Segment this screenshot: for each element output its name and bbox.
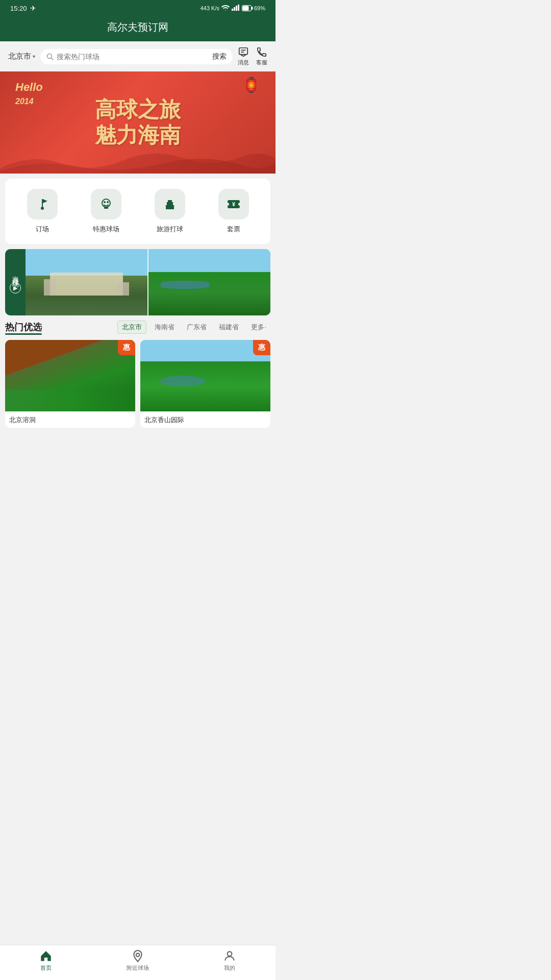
svg-point-15	[104, 201, 106, 203]
status-signal-icon	[232, 5, 240, 12]
status-wifi-icon	[221, 5, 230, 12]
category-travel-golf[interactable]: 旅游打球	[155, 189, 185, 234]
svg-rect-6	[242, 6, 248, 11]
svg-rect-0	[232, 9, 233, 11]
travel-golf-icon	[155, 189, 185, 219]
course-card-2[interactable]: 惠 北京香山园际	[140, 340, 270, 428]
category-book-course-label: 订场	[36, 225, 49, 234]
message-icon	[238, 46, 249, 58]
banner-decoration	[0, 148, 276, 174]
svg-rect-2	[236, 6, 237, 11]
banner-content: 高球之旅 魅力海南	[95, 97, 181, 149]
svg-point-24	[238, 203, 241, 206]
overseas-tag[interactable]: 海外球场 ▶	[5, 249, 26, 315]
category-package-label: 套票	[227, 225, 240, 234]
svg-line-8	[52, 58, 54, 60]
banner-title-line1: 高球之旅 魅力海南	[95, 97, 181, 149]
svg-text:¥: ¥	[232, 201, 235, 207]
search-input-wrap[interactable]: 搜索	[40, 49, 233, 64]
banner-hello-text: Hello2014	[15, 81, 43, 107]
svg-rect-21	[168, 206, 171, 209]
course-name-1: 北京溶洞	[5, 411, 135, 428]
svg-rect-17	[104, 207, 108, 209]
svg-rect-9	[239, 48, 248, 55]
course-grid: 惠 北京溶洞 惠 北京香山园际	[5, 340, 270, 428]
overseas-tag-text: 海外球场	[11, 271, 20, 277]
hot-section-title: 热门优选	[5, 322, 42, 332]
hot-tab-hainan[interactable]: 海南省	[151, 321, 179, 333]
hot-title-underline	[5, 333, 42, 335]
course-image-1	[5, 340, 135, 411]
banner[interactable]: Hello2014 🏮 高球之旅 魅力海南	[0, 71, 276, 174]
hot-tab-guangdong[interactable]: 广东省	[183, 321, 211, 333]
overseas-section: 海外球场 ▶	[5, 249, 270, 315]
hot-tab-beijing[interactable]: 北京市	[117, 321, 146, 334]
category-travel-label: 旅游打球	[157, 225, 183, 234]
course-image-wrap-2: 惠	[140, 340, 270, 411]
status-bar: 15:20 ✈ 443 K/s 69%	[0, 0, 276, 16]
overseas-image-2[interactable]	[148, 249, 270, 315]
header-icons: 消息 客服	[238, 46, 267, 66]
search-input[interactable]	[57, 53, 209, 61]
search-button[interactable]: 搜索	[212, 52, 227, 61]
phone-icon	[256, 46, 267, 58]
svg-point-16	[107, 201, 109, 203]
course-image-2	[140, 340, 270, 411]
status-network: 443 K/s	[201, 5, 219, 11]
status-battery: 69%	[242, 5, 265, 11]
course-card-1[interactable]: 惠 北京溶洞	[5, 340, 135, 428]
status-airplane-icon: ✈	[30, 4, 36, 12]
banner-lantern: 🏮	[242, 77, 260, 93]
package-icon: ¥	[218, 189, 249, 219]
course-name-2: 北京香山园际	[140, 411, 270, 428]
search-icon	[46, 53, 54, 60]
city-selector[interactable]: 北京市 ▾	[8, 52, 35, 61]
svg-rect-5	[252, 7, 253, 10]
hot-tabs: 北京市 海南省 广东省 福建省 更多·	[117, 321, 270, 334]
service-label: 客服	[256, 59, 267, 66]
course-badge-2: 惠	[253, 340, 270, 355]
chevron-down-icon: ▾	[33, 54, 35, 59]
hot-tab-fujian[interactable]: 福建省	[215, 321, 243, 333]
svg-rect-3	[238, 5, 239, 11]
overseas-arrow: ▶	[10, 282, 21, 293]
hot-tab-more[interactable]: 更多·	[247, 321, 270, 333]
book-course-icon	[27, 189, 58, 219]
course-image-wrap-1: 惠	[5, 340, 135, 411]
app-title: 高尔夫预订网	[107, 21, 168, 33]
overseas-image-1[interactable]	[26, 249, 147, 315]
app-header: 高尔夫预订网	[0, 16, 276, 41]
search-bar: 北京市 ▾ 搜索 消息 客服	[0, 41, 276, 71]
city-label: 北京市	[8, 52, 31, 61]
course-badge-1: 惠	[118, 340, 135, 355]
hot-title-wrap: 热门优选	[5, 321, 42, 333]
category-discount-label: 特惠球场	[93, 225, 119, 234]
hot-section: 热门优选 北京市 海南省 广东省 福建省 更多· 惠 北京溶洞	[5, 321, 270, 428]
svg-rect-13	[42, 199, 43, 207]
svg-point-23	[226, 203, 229, 206]
status-time: 15:20	[10, 5, 27, 12]
category-discount-course[interactable]: 特惠球场	[91, 189, 121, 234]
service-button[interactable]: 客服	[256, 46, 267, 66]
message-label: 消息	[238, 59, 249, 66]
hot-header: 热门优选 北京市 海南省 广东省 福建省 更多·	[5, 321, 270, 334]
overseas-images	[26, 249, 270, 315]
message-button[interactable]: 消息	[238, 46, 249, 66]
category-book-course[interactable]: 订场	[27, 189, 58, 234]
category-package[interactable]: ¥ 套票	[218, 189, 249, 234]
discount-course-icon	[91, 189, 121, 219]
categories-section: 订场 特惠球场 旅游打球	[5, 179, 270, 244]
svg-rect-1	[234, 7, 235, 11]
